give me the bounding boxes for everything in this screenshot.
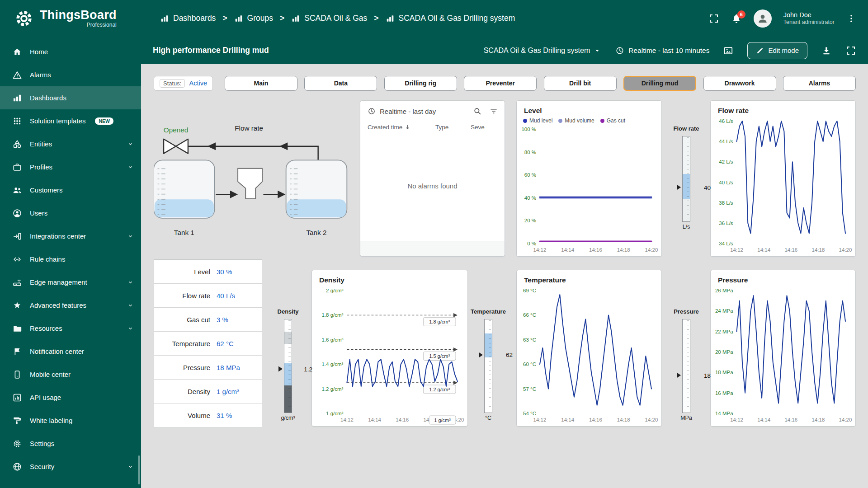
state-tab[interactable]: Main <box>225 76 297 91</box>
search-icon[interactable] <box>473 107 482 116</box>
tank1-label: Tank 1 <box>174 229 194 236</box>
sidebar-item-label: Resources <box>30 324 62 332</box>
sidebar-item[interactable]: API usage <box>0 386 141 409</box>
sidebar-item[interactable]: Notification center <box>0 340 141 363</box>
timewindow-button[interactable]: Realtime - last 10 minutes <box>615 46 709 55</box>
toolbar-actions: SCADA Oil & Gas Drilling system Realtime… <box>484 42 856 59</box>
svg-text:40 L/s: 40 L/s <box>719 180 733 185</box>
sidebar-item[interactable]: Entities <box>0 132 141 155</box>
gauge-value: 40 <box>704 184 711 191</box>
state-tab[interactable]: Alarms <box>783 76 856 91</box>
thingsboard-logo[interactable]: ThingsBoard Professional <box>0 8 141 29</box>
legend-item[interactable]: Gas cut <box>600 117 625 124</box>
sidebar-item-icon <box>12 208 22 218</box>
svg-text:14:20: 14:20 <box>839 247 852 253</box>
svg-text:100 %: 100 % <box>521 127 536 132</box>
flow-rate-label: Flow rate <box>235 124 263 132</box>
svg-text:1 g/cm³: 1 g/cm³ <box>434 418 451 423</box>
sidebar-item[interactable]: Advanced features <box>0 294 141 317</box>
sidebar-item[interactable]: Integrations center <box>0 225 141 248</box>
timewindow-label: Realtime - last 10 minutes <box>628 47 709 55</box>
gauge-value: 18 <box>704 372 711 379</box>
kebab-menu-icon[interactable] <box>846 14 856 23</box>
state-tab-label: Drilling rig <box>405 80 436 87</box>
edit-mode-button[interactable]: Edit mode <box>747 42 807 59</box>
fullscreen-icon[interactable] <box>708 13 719 24</box>
state-tab[interactable]: Drilling mud <box>623 76 696 91</box>
sidebar-item[interactable]: Users <box>0 202 141 225</box>
gauge-value: 1.2 <box>304 366 312 372</box>
state-tab-label: Preventer <box>486 80 515 87</box>
sidebar-item[interactable]: Security <box>0 455 141 478</box>
column-created-time[interactable]: Created time <box>368 124 435 131</box>
breadcrumb-item[interactable]: SCADA Oil & Gas <box>291 14 367 23</box>
sidebar-item[interactable]: Customers <box>0 178 141 202</box>
sidebar-item[interactable]: Home <box>0 40 141 63</box>
sidebar-item[interactable]: Dashboards <box>0 86 141 109</box>
sidebar-item-label: Alarms <box>30 71 51 79</box>
gauge-bar: 62 <box>484 319 492 413</box>
sidebar-item[interactable]: Solution templates NEW <box>0 109 141 132</box>
svg-text:60 °C: 60 °C <box>523 361 536 367</box>
reading-value: 18 MPa <box>217 364 262 371</box>
breadcrumb-item[interactable]: Groups <box>234 14 273 23</box>
state-tab-label: Drawwork <box>725 80 755 87</box>
mud-tanks-diagram: Opened Flow rate Tank 1 Tank 2 <box>154 100 349 255</box>
pressure-gauge: Pressure 18 MPa <box>664 308 708 421</box>
svg-text:1.2 g/cm³: 1.2 g/cm³ <box>321 386 343 392</box>
breadcrumb-item[interactable]: SCADA Oil & Gas Drilling system <box>386 14 515 23</box>
sidebar-item[interactable]: Resources <box>0 317 141 340</box>
alarms-timewindow[interactable]: Realtime - last day <box>368 107 436 115</box>
svg-text:14:12: 14:12 <box>533 247 547 253</box>
state-tab[interactable]: Drill bit <box>544 76 617 91</box>
download-icon[interactable] <box>821 45 832 56</box>
thingsboard-app: ThingsBoard Professional Dashboards > Gr… <box>0 0 868 488</box>
breadcrumb-item[interactable]: Dashboards <box>160 14 216 23</box>
svg-text:57 °C: 57 °C <box>523 386 536 392</box>
dashboard-select[interactable]: SCADA Oil & Gas Drilling system <box>484 46 602 55</box>
reading-label: Temperature <box>154 340 217 347</box>
state-tab[interactable]: Drawwork <box>703 76 776 91</box>
notifications-bell[interactable]: 6 <box>731 13 742 24</box>
toolbar-fullscreen-icon[interactable] <box>845 45 856 56</box>
breadcrumb: Dashboards > Groups > SCADA Oil & Gas > <box>160 14 515 23</box>
svg-text:44 L/s: 44 L/s <box>719 139 733 144</box>
status-label: Status: <box>160 79 185 88</box>
column-severity[interactable]: Seve <box>471 124 497 131</box>
svg-text:20 %: 20 % <box>524 218 536 223</box>
pointer-triangle-icon <box>479 352 483 357</box>
sidebar-item[interactable]: Settings <box>0 432 141 455</box>
sidebar-item-icon <box>12 116 22 126</box>
state-tab[interactable]: Drilling rig <box>384 76 457 91</box>
state-tab[interactable]: Data <box>304 76 377 91</box>
image-gallery-icon[interactable] <box>723 45 734 56</box>
avatar[interactable] <box>754 9 772 28</box>
svg-text:14:12: 14:12 <box>730 417 743 422</box>
svg-text:14:18: 14:18 <box>617 417 630 422</box>
card-title: Temperature <box>517 270 661 285</box>
sidebar-item[interactable]: White labeling <box>0 409 141 432</box>
sidebar-item-label: Customers <box>30 186 63 194</box>
valve-icon[interactable] <box>164 139 188 154</box>
filter-icon[interactable] <box>489 107 498 116</box>
state-tab[interactable]: Preventer <box>464 76 537 91</box>
sidebar-item[interactable]: Edge management <box>0 271 141 294</box>
card-title: Flow rate <box>711 101 855 116</box>
legend-item[interactable]: Mud level <box>523 117 552 124</box>
sidebar-item[interactable]: Alarms <box>0 63 141 86</box>
sidebar-item-icon <box>12 93 22 103</box>
gauge-bar: 40 <box>682 136 690 222</box>
legend-item[interactable]: Mud volume <box>558 117 594 124</box>
sidebar-item[interactable]: Rule chains <box>0 248 141 271</box>
sidebar-item[interactable]: Profiles <box>0 155 141 178</box>
status-chip[interactable]: Status: Active <box>154 76 213 91</box>
sidebar-item[interactable]: Mobile center <box>0 363 141 386</box>
column-type[interactable]: Type <box>435 124 471 131</box>
person-icon <box>757 13 769 24</box>
card-title: Pressure <box>711 270 855 285</box>
svg-text:1.8 g/cm³: 1.8 g/cm³ <box>429 319 450 324</box>
sidebar-scrollbar-thumb[interactable] <box>138 455 140 484</box>
gauge-title: Temperature <box>466 308 510 315</box>
reading-value: 40 L/s <box>217 292 262 300</box>
user-role: Tenant administrator <box>783 19 835 26</box>
